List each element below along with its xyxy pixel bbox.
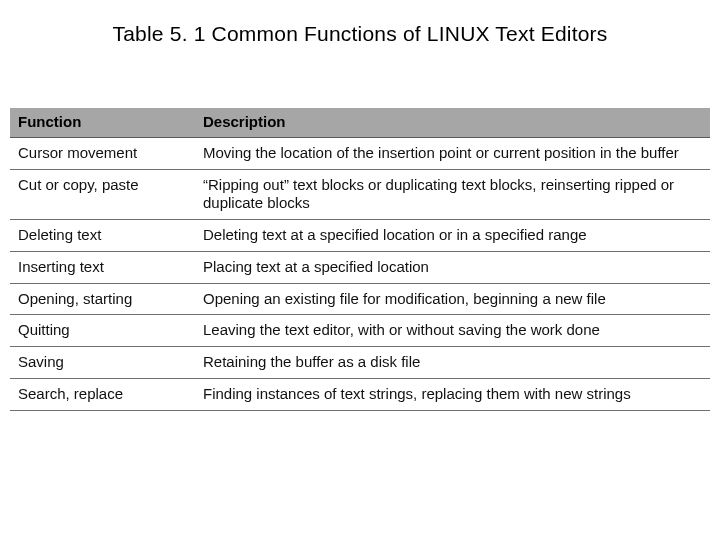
col-header-function: Function xyxy=(10,108,195,137)
cell-function: Inserting text xyxy=(10,251,195,283)
cell-function: Cursor movement xyxy=(10,137,195,169)
functions-table: Function Description Cursor movement Mov… xyxy=(10,108,710,411)
cell-function: Saving xyxy=(10,347,195,379)
table-container: Function Description Cursor movement Mov… xyxy=(10,108,710,411)
page-title: Table 5. 1 Common Functions of LINUX Tex… xyxy=(0,22,720,46)
table-row: Cut or copy, paste “Ripping out” text bl… xyxy=(10,169,710,220)
cell-description: Retaining the buffer as a disk file xyxy=(195,347,710,379)
cell-description: Finding instances of text strings, repla… xyxy=(195,378,710,410)
page: Table 5. 1 Common Functions of LINUX Tex… xyxy=(0,0,720,540)
table-row: Cursor movement Moving the location of t… xyxy=(10,137,710,169)
table-row: Inserting text Placing text at a specifi… xyxy=(10,251,710,283)
table-row: Deleting text Deleting text at a specifi… xyxy=(10,220,710,252)
cell-description: Leaving the text editor, with or without… xyxy=(195,315,710,347)
col-header-description: Description xyxy=(195,108,710,137)
cell-description: Moving the location of the insertion poi… xyxy=(195,137,710,169)
cell-description: Deleting text at a specified location or… xyxy=(195,220,710,252)
table-header-row: Function Description xyxy=(10,108,710,137)
table-row: Saving Retaining the buffer as a disk fi… xyxy=(10,347,710,379)
cell-description: Placing text at a specified location xyxy=(195,251,710,283)
cell-function: Opening, starting xyxy=(10,283,195,315)
cell-function: Cut or copy, paste xyxy=(10,169,195,220)
table-row: Search, replace Finding instances of tex… xyxy=(10,378,710,410)
cell-description: “Ripping out” text blocks or duplicating… xyxy=(195,169,710,220)
cell-function: Quitting xyxy=(10,315,195,347)
cell-function: Search, replace xyxy=(10,378,195,410)
table-row: Quitting Leaving the text editor, with o… xyxy=(10,315,710,347)
cell-function: Deleting text xyxy=(10,220,195,252)
table-row: Opening, starting Opening an existing fi… xyxy=(10,283,710,315)
cell-description: Opening an existing file for modificatio… xyxy=(195,283,710,315)
